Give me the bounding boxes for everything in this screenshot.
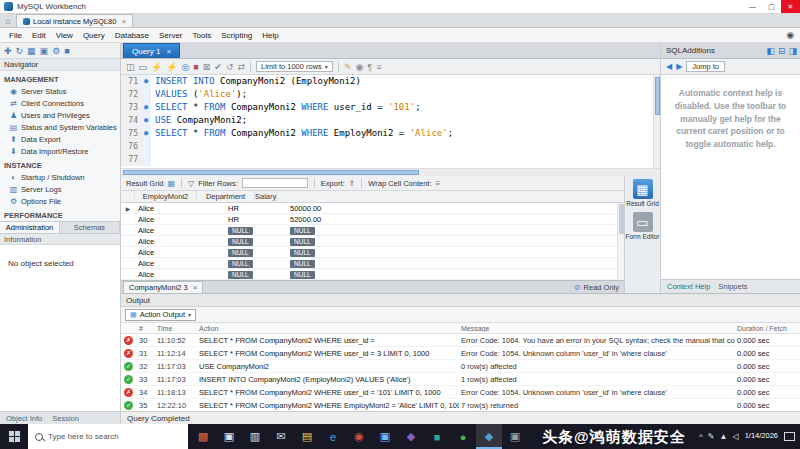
taskbar-app-icon[interactable]: ◆ [398,424,424,449]
grid-cell[interactable]: HR [225,215,287,224]
export-icon[interactable]: ⇑ [349,179,356,188]
connection-tab[interactable]: Local instance MySQL80 × [16,14,133,27]
taskbar-clock[interactable]: 1/14/2026 [745,432,778,440]
taskbar-app-icon[interactable]: ✉ [268,424,294,449]
menu-item[interactable]: View [51,31,78,40]
column-header-employmoni2[interactable]: EmployMoni2 [135,191,197,202]
home-icon[interactable]: ⌂ [0,16,16,26]
tab-object-info[interactable]: Object Info [6,414,42,423]
editor-toolbar-icon[interactable]: ¶ [367,62,372,72]
editor-line[interactable]: 71●INSERT INTO CompanyMoni2 (EmployMoni2… [121,75,660,88]
editor-toolbar-icon[interactable]: ◎ [182,62,190,72]
grid-cell[interactable]: NULL [287,248,345,257]
toolbar-icon[interactable]: ▣ [40,46,49,56]
editor-toolbar-icon[interactable]: ◫ [126,62,135,72]
result-tab[interactable]: CompanyMoni2 3 × [123,281,203,293]
toolbar-icon[interactable]: ↻ [16,46,24,56]
menu-item[interactable]: Query [78,31,110,40]
navigator-item[interactable]: ⬇Data Import/Restore [0,145,120,157]
wrap-cell-content-icon[interactable]: ≡ [436,179,441,188]
toolbar-icon[interactable]: ⚙ [52,46,60,56]
grid-cell[interactable]: NULL [225,270,287,279]
editor-toolbar-icon[interactable]: ↺ [226,62,234,72]
taskbar-app-icon[interactable]: ● [450,424,476,449]
forward-icon[interactable]: ▶ [676,62,682,71]
taskbar-app-icon[interactable]: ▣ [216,424,242,449]
editor-toolbar-icon[interactable]: ✔ [214,62,222,72]
tab-session[interactable]: Session [52,414,79,423]
close-result-tab-icon[interactable]: × [193,283,198,292]
tray-icon[interactable]: ◁ [732,432,738,441]
editor-line[interactable]: 77 [121,153,660,166]
grid-cell[interactable]: 52000.00 [287,215,345,224]
editor-toolbar-icon[interactable]: ≡ [376,62,381,72]
editor-line[interactable]: 72VALUES ('Alice'); [121,88,660,101]
menu-item[interactable]: Help [257,31,283,40]
grid-cell[interactable]: 50000.00 [287,204,345,213]
navigator-item[interactable]: ◉Server Status [0,85,120,97]
navigator-item[interactable]: ▤Status and System Variables [0,121,120,133]
taskbar-app-icon[interactable]: ◆ [476,424,502,449]
output-rows[interactable]: ✗3011:10:52SELECT * FROM CompanyMoni2 WH… [121,334,800,411]
grid-cell[interactable]: NULL [225,259,287,268]
taskbar-app-icon[interactable]: ▣ [372,424,398,449]
menu-item[interactable]: Database [110,31,154,40]
editor-horizontal-scrollbar[interactable] [121,168,660,176]
search-input[interactable] [48,432,166,441]
grid-cell[interactable]: NULL [225,248,287,257]
maximize-button[interactable]: ▢ [762,0,781,13]
navigator-item[interactable]: ⇄Client Connections [0,97,120,109]
start-button[interactable] [0,424,28,449]
column-header-salary[interactable]: Salary [255,191,277,202]
grid-cell[interactable]: NULL [287,259,345,268]
editor-line[interactable]: 74●USE CompanyMoni2; [121,114,660,127]
account-icon[interactable]: ◉ [786,30,794,40]
grid-vertical-scrollbar[interactable] [617,203,624,280]
editor-line[interactable]: 75●SELECT * FROM CompanyMoni2 WHERE Empl… [121,127,660,140]
grid-cell[interactable]: Alice [135,226,225,235]
query-tab[interactable]: Query 1 × [123,43,180,58]
grid-cell[interactable]: Alice [135,204,225,213]
taskbar-app-icon[interactable]: ▥ [242,424,268,449]
taskbar-app-icon[interactable]: ▩ [190,424,216,449]
tab-snippets[interactable]: Snippets [718,282,747,291]
output-row[interactable]: ✗3411:18:13SELECT * FROM CompanyMoni2 WH… [121,386,800,399]
grid-cell[interactable]: NULL [287,226,345,235]
tray-icon[interactable]: ✎ [708,432,715,441]
grid-cell[interactable]: NULL [287,270,345,279]
result-grid-body[interactable]: ▶AliceHR50000.00AliceHR52000.00AliceNULL… [121,203,624,280]
grid-cell[interactable]: NULL [225,237,287,246]
menu-item[interactable]: Tools [188,31,217,40]
taskbar-search[interactable] [28,424,188,449]
taskbar-app-icon[interactable]: ▤ [294,424,320,449]
result-grid-row[interactable]: AliceHR52000.00 [121,214,624,225]
editor-toolbar-icon[interactable]: ✎ [344,62,352,72]
output-row[interactable]: ✗3011:10:52SELECT * FROM CompanyMoni2 WH… [121,334,800,347]
layout-toggle-icon[interactable]: ◨ [788,46,797,56]
toolbar-icon[interactable]: ✚ [4,46,12,56]
column-header-department[interactable]: Department [197,191,255,202]
notification-icon[interactable] [784,432,795,441]
layout-toggle-icon[interactable]: ⊟ [778,46,786,56]
result-grid-row[interactable]: AliceNULLNULL [121,236,624,247]
output-view-selector[interactable]: ▦ Action Output ▾ [125,309,196,321]
tab-schemas[interactable]: Schemas [60,222,120,233]
editor-line[interactable]: 76 [121,140,660,153]
back-icon[interactable]: ◀ [666,62,672,71]
minimize-button[interactable]: — [743,0,762,13]
navigator-item[interactable]: ▥Server Logs [0,183,120,195]
tray-icon[interactable]: ▲ [720,432,728,441]
taskbar-app-icon[interactable]: ▣ [502,424,528,449]
grid-cell[interactable]: HR [225,204,287,213]
close-query-tab-icon[interactable]: × [166,47,171,56]
jump-to-button[interactable]: Jump to [686,61,725,72]
result-grid-row[interactable]: AliceNULLNULL [121,247,624,258]
tray-icon[interactable]: ^ [699,432,703,441]
grid-cell[interactable]: Alice [135,248,225,257]
menu-item[interactable]: Edit [27,31,51,40]
result-view-button[interactable]: ▭ Form Editor [626,212,660,240]
tab-context-help[interactable]: Context Help [667,282,710,291]
taskbar-app-icon[interactable]: ■ [424,424,450,449]
editor-toolbar-icon[interactable]: ■ [193,62,198,72]
editor-toolbar-icon[interactable]: ▭ [139,62,148,72]
